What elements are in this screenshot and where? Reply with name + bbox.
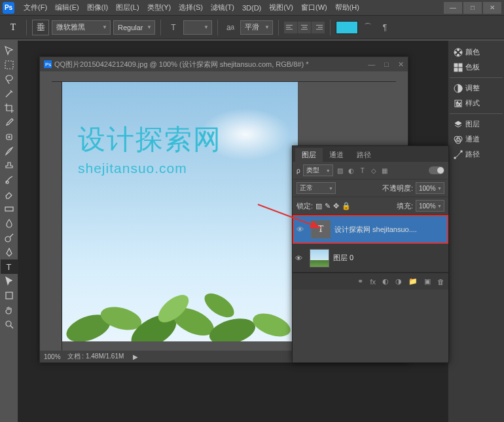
layer-mask-icon[interactable]: ◐	[382, 277, 389, 286]
doc-size-info: 文档 : 1.48M/1.61M	[67, 352, 124, 361]
eyedropper-tool[interactable]	[1, 115, 18, 130]
link-layers-icon[interactable]: ⚭	[357, 277, 363, 286]
text-layer-overlay[interactable]: 设计探索网 shejitansuo.com	[78, 121, 222, 176]
aa-label: aa	[223, 20, 238, 35]
menu-image[interactable]: 图像(I)	[83, 3, 112, 12]
aa-select[interactable]: 平滑	[240, 20, 273, 35]
svg-rect-33	[454, 157, 456, 159]
blur-tool[interactable]	[1, 216, 18, 231]
move-tool[interactable]	[1, 43, 18, 58]
adjustment-layer-icon[interactable]: ◑	[395, 277, 402, 286]
dodge-tool[interactable]	[1, 231, 18, 245]
fill-label: 填充:	[397, 201, 413, 211]
shape-tool[interactable]	[1, 288, 18, 303]
font-family-select[interactable]: 微软雅黑	[52, 20, 111, 35]
wand-tool[interactable]	[1, 86, 18, 101]
visibility-icon[interactable]: 👁	[295, 254, 306, 262]
ruler-vertical[interactable]	[52, 82, 62, 351]
orientation-toggle[interactable]: 垂	[32, 20, 49, 35]
hand-tool[interactable]	[1, 303, 18, 317]
filter-pixel-icon[interactable]: ▨	[336, 166, 345, 175]
svg-point-21	[458, 54, 459, 56]
tab-paths[interactable]: 路径	[350, 148, 378, 162]
ruler-horizontal[interactable]	[52, 71, 396, 82]
filter-smart-icon[interactable]: ▦	[380, 166, 389, 175]
menu-window[interactable]: 窗口(W)	[297, 3, 331, 12]
new-layer-icon[interactable]: ▣	[424, 277, 431, 286]
zoom-tool[interactable]	[1, 317, 18, 332]
svg-rect-25	[454, 68, 458, 71]
crop-tool[interactable]	[1, 101, 18, 115]
layer-name[interactable]: 设计探索网 shejitansuo....	[334, 225, 417, 235]
menu-3d[interactable]: 3D(D)	[238, 4, 265, 12]
menu-file[interactable]: 文件(F)	[20, 3, 51, 12]
warp-text-icon[interactable]: ⌒	[361, 20, 375, 35]
options-bar: T 垂 微软雅黑 Regular T aa 平滑 ⌒ ¶	[0, 16, 504, 39]
opacity-value[interactable]: 100%	[416, 182, 444, 194]
visibility-icon[interactable]: 👁	[297, 225, 307, 233]
opacity-label: 不透明度:	[382, 183, 413, 193]
panel-styles[interactable]: fx样式	[450, 96, 503, 111]
svg-rect-34	[461, 151, 462, 152]
window-maximize[interactable]: □	[463, 2, 482, 14]
panel-color[interactable]: 颜色	[450, 45, 503, 60]
pen-tool[interactable]	[1, 245, 18, 259]
filter-adjust-icon[interactable]: ◐	[347, 166, 356, 175]
menu-type[interactable]: 类型(Y)	[143, 3, 175, 12]
layer-name[interactable]: 图层 0	[333, 253, 353, 263]
path-select-tool[interactable]	[1, 274, 18, 288]
filter-toggle[interactable]	[429, 166, 444, 174]
type-tool-icon: T	[5, 20, 21, 35]
gradient-tool[interactable]	[1, 202, 18, 216]
heal-tool[interactable]	[1, 130, 18, 144]
text-color-swatch[interactable]	[336, 21, 358, 34]
menu-view[interactable]: 视图(V)	[265, 3, 297, 12]
history-brush-tool[interactable]	[1, 173, 18, 187]
panel-channels[interactable]: 通道	[450, 132, 503, 147]
filter-type-icon[interactable]: T	[358, 166, 367, 175]
layer-item-bg[interactable]: 👁 图层 0	[293, 244, 448, 273]
menu-select[interactable]: 选择(S)	[175, 3, 207, 12]
zoom-level[interactable]: 100%	[44, 353, 61, 360]
char-panel-icon[interactable]: ¶	[378, 20, 392, 35]
layer-fx-icon[interactable]: fx	[370, 278, 376, 286]
lock-paint-icon[interactable]: ✎	[325, 202, 331, 210]
window-close[interactable]: ✕	[483, 2, 501, 14]
type-tool[interactable]: T	[1, 259, 18, 274]
menu-edit[interactable]: 编辑(E)	[51, 3, 83, 12]
doc-maximize[interactable]: □	[384, 60, 389, 69]
panel-swatches[interactable]: 色板	[450, 60, 503, 75]
window-minimize[interactable]: —	[444, 2, 462, 14]
filter-shape-icon[interactable]: ◇	[369, 166, 378, 175]
panel-layers[interactable]: 图层	[450, 117, 503, 132]
lock-all-icon[interactable]: 🔒	[342, 202, 351, 210]
doc-close[interactable]: ✕	[398, 60, 404, 69]
panel-paths[interactable]: 路径	[450, 147, 503, 162]
tab-channels[interactable]: 通道	[323, 148, 350, 162]
lock-transparent-icon[interactable]: ▨	[315, 202, 322, 210]
menu-filter[interactable]: 滤镜(T)	[207, 3, 238, 12]
font-weight-select[interactable]: Regular	[113, 20, 155, 35]
svg-rect-23	[454, 64, 458, 67]
text-align-group[interactable]	[284, 22, 325, 33]
canvas[interactable]: 设计探索网 shejitansuo.com	[62, 82, 298, 341]
lasso-tool[interactable]	[1, 72, 18, 86]
stamp-tool[interactable]	[1, 159, 18, 173]
doc-titlebar: Ps QQ图片20150424212409.jpg @ 100% (设计探索网 …	[40, 57, 408, 71]
menu-layer[interactable]: 图层(L)	[112, 3, 143, 12]
blend-mode-select[interactable]: 正常	[297, 182, 336, 194]
marquee-tool[interactable]	[1, 58, 18, 72]
panel-adjust[interactable]: 调整	[450, 81, 503, 96]
layer-filter-kind[interactable]: 类型	[303, 164, 333, 176]
menu-help[interactable]: 帮助(H)	[331, 3, 363, 12]
layer-group-icon[interactable]: 📁	[408, 277, 418, 286]
brush-tool[interactable]	[1, 144, 18, 159]
delete-layer-icon[interactable]: 🗑	[437, 278, 444, 286]
tab-layers[interactable]: 图层	[295, 148, 323, 162]
font-size-select[interactable]	[183, 20, 212, 35]
lock-move-icon[interactable]: ✥	[333, 202, 339, 210]
eraser-tool[interactable]	[1, 187, 18, 202]
layer-item-text[interactable]: 👁 T 设计探索网 shejitansuo....	[293, 215, 448, 244]
doc-minimize[interactable]: —	[368, 60, 375, 69]
fill-value[interactable]: 100%	[416, 200, 444, 212]
